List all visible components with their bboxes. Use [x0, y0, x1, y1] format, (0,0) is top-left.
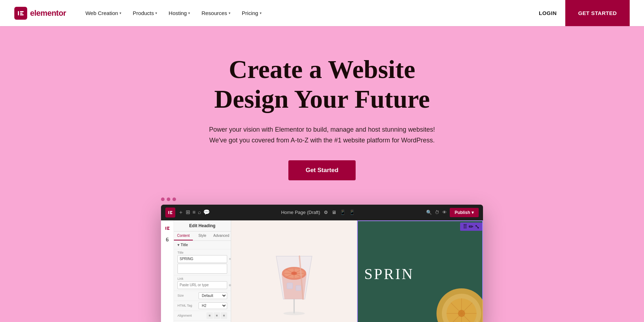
field-link-label: Link [177, 277, 227, 280]
collapse-icon: ▾ [177, 243, 179, 247]
field-link-input[interactable] [177, 281, 227, 289]
field-title-input[interactable] [177, 255, 227, 263]
svg-rect-0 [18, 11, 19, 15]
sidebar-icon-number[interactable]: 6 [162, 235, 172, 245]
decorative-dot-3 [172, 197, 176, 201]
hero-subtitle-line1: Power your vision with Elementor to buil… [209, 126, 435, 133]
sidebar-icon-elementor[interactable] [162, 223, 172, 233]
page-name-label: Home Page (Draft) [281, 210, 320, 215]
login-button[interactable]: LOGIN [530, 6, 565, 20]
alignment-buttons: ≡ ≡ ≡ [206, 312, 227, 319]
zoom-icon[interactable]: 🔍 [426, 210, 432, 215]
grid-icon[interactable]: ⊞ [186, 209, 190, 216]
svg-rect-10 [167, 228, 169, 229]
logo[interactable]: elementor [14, 7, 66, 20]
nav-item-pricing[interactable]: Pricing ▾ [237, 7, 267, 19]
nav-label-hosting: Hosting [169, 10, 187, 16]
editor-toolbar: ＋ ⊞ ≡ ⌕ 💬 Home Page (Draft) ⚙ 🖥 📱 📱 🔍 ⏱ [161, 205, 483, 220]
settings-icon[interactable]: ⚙ [324, 210, 328, 215]
chevron-down-icon: ▾ [260, 11, 262, 15]
eye-icon[interactable]: 👁 [442, 210, 447, 215]
align-center-button[interactable]: ≡ [214, 312, 220, 319]
field-html-select[interactable]: H2 [199, 302, 227, 309]
nav-item-resources[interactable]: Resources ▾ [196, 7, 235, 19]
desktop-icon[interactable]: 🖥 [332, 210, 336, 215]
field-size-label: Size [177, 294, 184, 297]
hero-title-line2: Design Your Future [214, 85, 430, 113]
align-left-button[interactable]: ≡ [206, 312, 213, 319]
field-link-input-row: ⊕ ✕ [177, 281, 227, 289]
panel-title: Edit Heading [174, 220, 231, 231]
toolbar-center: Home Page (Draft) ⚙ 🖥 📱 📱 [213, 210, 423, 215]
nav-links: Web Creation ▾ Products ▾ Hosting ▾ Reso… [80, 7, 530, 19]
edit-icon[interactable]: ✏ [469, 223, 473, 230]
decorative-dot-2 [167, 197, 170, 201]
citrus-illustration [433, 285, 483, 322]
nav-right: LOGIN GET STARTED [530, 0, 630, 26]
hero-subtitle: Power your vision with Elementor to buil… [209, 124, 435, 146]
svg-rect-4 [168, 211, 169, 214]
hero-cta-button[interactable]: Get Started [288, 160, 356, 180]
field-size-select[interactable]: Default [199, 292, 227, 299]
canvas-edit-handle[interactable]: ⠿ ✏ ⤡ [460, 223, 482, 231]
svg-rect-6 [170, 212, 172, 213]
panel-field-html: HTML Tag H2 [174, 301, 231, 311]
publish-label: Publish [455, 210, 470, 215]
editor-sidebar: 6 [161, 220, 174, 322]
search-icon[interactable]: ⌕ [198, 209, 201, 216]
chevron-down-icon: ▾ [188, 11, 190, 15]
add-icon[interactable]: ＋ [178, 209, 184, 216]
align-right-button[interactable]: ≡ [221, 312, 227, 319]
nav-get-started-button[interactable]: GET STARTED [565, 0, 630, 26]
chevron-down-icon: ▾ [229, 11, 230, 15]
svg-rect-5 [170, 211, 172, 212]
navbar: elementor Web Creation ▾ Products ▾ Host… [0, 0, 644, 26]
toolbar-icons: ＋ ⊞ ≡ ⌕ 💬 [178, 209, 210, 216]
nav-label-products: Products [133, 10, 154, 16]
panel-tab-content[interactable]: Content [174, 231, 193, 240]
chevron-down-icon: ▾ [155, 11, 157, 15]
nav-item-web-creation[interactable]: Web Creation ▾ [80, 7, 126, 19]
clock-icon[interactable]: ⏱ [435, 210, 439, 215]
decorative-dots [161, 197, 483, 201]
expand-icon[interactable]: ⤡ [475, 223, 479, 230]
hero-subtitle-line2: We've got you covered from A-to-Z with t… [209, 137, 435, 144]
nav-item-hosting[interactable]: Hosting ▾ [164, 7, 195, 19]
logo-icon [14, 7, 27, 20]
mobile-icon[interactable]: 📱 [349, 210, 355, 215]
logo-text: elementor [30, 9, 66, 18]
panel-field-title: Title ✕ [174, 249, 231, 275]
editor-logo-icon [165, 208, 175, 218]
svg-rect-1 [20, 11, 24, 12]
panel-need-help[interactable]: Need Help ❓ [174, 321, 231, 322]
svg-rect-7 [170, 213, 172, 214]
panel-tab-advanced[interactable]: Advanced [212, 231, 231, 240]
cocktail-illustration [262, 228, 326, 321]
svg-rect-2 [20, 13, 23, 14]
text-icon[interactable]: ≡ [192, 209, 196, 216]
decorative-dot-1 [161, 197, 165, 201]
comment-icon[interactable]: 💬 [203, 209, 210, 216]
field-title-textarea[interactable] [177, 264, 227, 274]
field-html-label: HTML Tag [177, 304, 192, 307]
chevron-down-icon: ▾ [119, 11, 121, 15]
panel-field-size: Size Default [174, 291, 231, 301]
publish-button[interactable]: Publish ▾ [450, 208, 479, 217]
svg-rect-11 [167, 229, 169, 230]
canvas-right: ⠿ ✏ ⤡ SPRIN ⤡ [357, 220, 483, 322]
tablet-icon[interactable]: 📱 [340, 210, 346, 215]
editor-mockup: ＋ ⊞ ≡ ⌕ 💬 Home Page (Draft) ⚙ 🖥 📱 📱 🔍 ⏱ [161, 197, 483, 322]
hero-section: Create a Website Design Your Future Powe… [0, 26, 644, 322]
field-align-label: Alignment [177, 314, 192, 317]
editor-panel: Edit Heading Content Style Advanced ▾ Ti… [174, 220, 231, 322]
nav-item-products[interactable]: Products ▾ [128, 7, 162, 19]
panel-tab-style[interactable]: Style [193, 231, 212, 240]
svg-rect-8 [165, 227, 166, 230]
svg-rect-9 [167, 227, 169, 228]
field-title-label: Title [177, 251, 227, 254]
svg-rect-3 [20, 14, 24, 15]
drag-icon: ⠿ [463, 223, 467, 230]
publish-chevron: ▾ [472, 210, 474, 215]
panel-field-alignment: Alignment ≡ ≡ ≡ [174, 311, 231, 321]
hero-content: Create a Website Design Your Future Powe… [209, 55, 435, 180]
